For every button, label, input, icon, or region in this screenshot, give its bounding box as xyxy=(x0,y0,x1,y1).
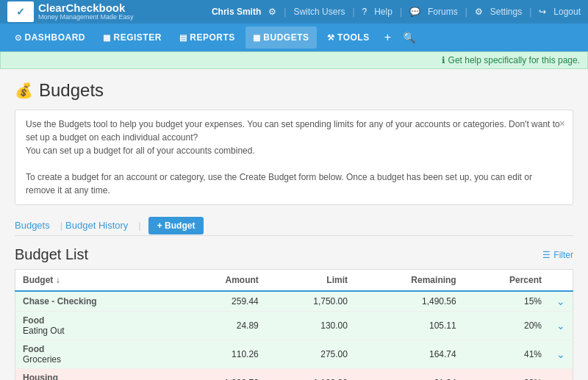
budget-remaining: 105.11 xyxy=(355,312,464,340)
budget-amount: 1,008.76 xyxy=(177,369,266,381)
budget-amount: 110.26 xyxy=(177,340,266,369)
expand-icon[interactable]: ⌄ xyxy=(556,295,565,307)
budget-remaining: 91.24 xyxy=(355,369,464,381)
expand-cell[interactable]: ⌄ xyxy=(549,340,573,369)
nav-search-button[interactable]: 🔍 xyxy=(398,29,420,46)
budget-percent: 15% xyxy=(464,291,549,312)
page-content: 💰 Budgets × Use the Budgets tool to help… xyxy=(0,69,588,380)
tabs-row: Budgets | Budget History | + Budget xyxy=(15,215,573,236)
budgets-title-icon: 💰 xyxy=(15,82,33,99)
logo-subtitle: Money Management Made Easy xyxy=(38,14,134,21)
expand-icon[interactable]: ⌄ xyxy=(556,348,565,360)
top-bar-right: Chris Smith ⚙ | Switch Users | ? Help | … xyxy=(212,7,581,17)
forums-link[interactable]: Forums xyxy=(428,7,458,17)
budget-remaining: 1,490.56 xyxy=(355,291,464,312)
info-box-close[interactable]: × xyxy=(559,116,565,132)
logout-icon: ↪ xyxy=(539,7,546,17)
nav-register[interactable]: ▦ REGISTER xyxy=(96,26,169,49)
budget-amount: 259.44 xyxy=(177,291,266,312)
nav-reports-label: REPORTS xyxy=(190,32,235,43)
main-nav: ⊙ DASHBOARD ▦ REGISTER ▤ REPORTS ▦ BUDGE… xyxy=(0,24,588,51)
filter-label: Filter xyxy=(553,250,573,260)
budget-name: Food Eating Out xyxy=(15,312,177,340)
table-header-row: Budget ↓ Amount Limit Remaining Percent xyxy=(15,270,573,292)
nav-dashboard-label: DASHBOARD xyxy=(25,32,86,43)
settings-link[interactable]: Settings xyxy=(490,7,522,17)
top-bar: ✓ ClearCheckbook Money Management Made E… xyxy=(0,0,588,24)
nav-budgets-label: BUDGETS xyxy=(263,32,309,43)
nav-tools[interactable]: ⚒ TOOLS xyxy=(320,26,377,49)
budget-limit: 1,100.00 xyxy=(266,369,355,381)
col-amount[interactable]: Amount xyxy=(177,270,266,292)
table-row: Food Eating Out 24.89 130.00 105.11 20% … xyxy=(15,312,573,340)
logo-icon: ✓ xyxy=(7,1,34,22)
col-expand xyxy=(549,270,573,292)
info-line2: You can set up a budget for all of your … xyxy=(26,144,562,157)
budget-name: Chase - Checking xyxy=(15,291,177,312)
section-header: Budget List ☰ Filter xyxy=(15,246,573,263)
info-line1: Use the Budgets tool to help you budget … xyxy=(26,118,562,144)
table-row: Chase - Checking 259.44 1,750.00 1,490.5… xyxy=(15,291,573,312)
nav-dashboard[interactable]: ⊙ DASHBOARD xyxy=(7,26,93,49)
budgets-icon: ▦ xyxy=(253,33,261,43)
user-name: Chris Smith xyxy=(212,7,261,17)
nav-reports[interactable]: ▤ REPORTS xyxy=(172,26,243,49)
tools-icon: ⚒ xyxy=(327,33,335,43)
col-percent[interactable]: Percent xyxy=(464,270,549,292)
help-link[interactable]: Help xyxy=(374,7,392,17)
expand-cell[interactable]: ⌄ xyxy=(549,312,573,340)
budget-limit: 275.00 xyxy=(266,340,355,369)
budget-limit: 130.00 xyxy=(266,312,355,340)
info-line3: To create a budget for an account or cat… xyxy=(26,171,562,197)
logo-title: ClearCheckbook xyxy=(38,2,134,15)
col-limit[interactable]: Limit xyxy=(266,270,355,292)
budget-name: Housing Rent/Mortgage xyxy=(15,369,177,381)
register-icon: ▦ xyxy=(103,33,111,43)
logout-link[interactable]: Logout xyxy=(553,7,581,17)
budget-remaining: 164.74 xyxy=(355,340,464,369)
col-budget[interactable]: Budget ↓ xyxy=(15,270,177,292)
budget-limit: 1,750.00 xyxy=(266,291,355,312)
question-icon: ? xyxy=(362,7,368,17)
help-bar: ℹ Get help specifically for this page. xyxy=(0,51,588,69)
page-title-row: 💰 Budgets xyxy=(15,80,573,101)
table-row: Housing Rent/Mortgage 1,008.76 1,100.00 … xyxy=(15,369,573,381)
budget-table: Budget ↓ Amount Limit Remaining Percent … xyxy=(15,269,573,380)
expand-cell[interactable]: ⌄ xyxy=(549,291,573,312)
page-title: Budgets xyxy=(39,80,104,101)
filter-button[interactable]: ☰ Filter xyxy=(542,250,573,260)
nav-add-button[interactable]: + xyxy=(380,28,395,47)
info-icon: ℹ xyxy=(442,55,445,65)
dashboard-icon: ⊙ xyxy=(15,33,22,43)
expand-cell[interactable]: ⌄ xyxy=(549,369,573,381)
add-budget-button[interactable]: + Budget xyxy=(148,217,204,234)
settings-icon: ⚙ xyxy=(475,7,483,17)
help-page-link[interactable]: Get help specifically for this page. xyxy=(448,55,580,65)
table-row: Food Groceries 110.26 275.00 164.74 41% … xyxy=(15,340,573,369)
nav-register-label: REGISTER xyxy=(114,32,162,43)
budget-name: Food Groceries xyxy=(15,340,177,369)
budget-percent: 92% xyxy=(464,369,549,381)
budget-amount: 24.89 xyxy=(177,312,266,340)
gear-icon: ⚙ xyxy=(268,7,276,17)
chat-icon: 💬 xyxy=(409,7,420,17)
tab-history[interactable]: Budget History xyxy=(65,215,135,235)
nav-tools-label: TOOLS xyxy=(337,32,370,43)
budget-percent: 41% xyxy=(464,340,549,369)
info-box: × Use the Budgets tool to help you budge… xyxy=(15,110,573,205)
filter-icon: ☰ xyxy=(542,250,551,260)
expand-icon[interactable]: ⌄ xyxy=(556,320,565,331)
reports-icon: ▤ xyxy=(179,33,187,43)
tab-budgets[interactable]: Budgets xyxy=(15,215,57,235)
budget-percent: 20% xyxy=(464,312,549,340)
switch-users-link[interactable]: Switch Users xyxy=(293,7,345,17)
nav-budgets[interactable]: ▦ BUDGETS xyxy=(245,26,317,49)
logo: ✓ ClearCheckbook Money Management Made E… xyxy=(7,1,134,22)
col-remaining[interactable]: Remaining xyxy=(355,270,464,292)
logo-text: ClearCheckbook Money Management Made Eas… xyxy=(38,2,134,21)
expand-icon[interactable]: ⌄ xyxy=(556,377,565,380)
section-title: Budget List xyxy=(15,246,88,263)
